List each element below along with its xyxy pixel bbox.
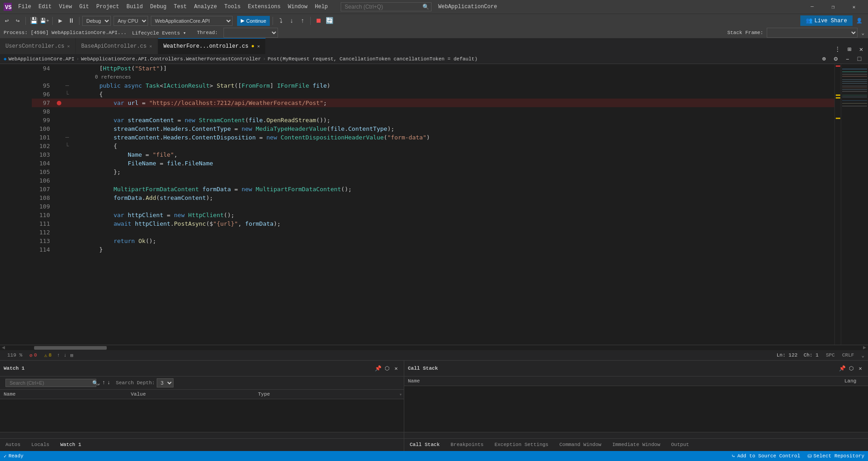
- fold-102[interactable]: └: [64, 142, 71, 150]
- search-box-area[interactable]: 🔍: [341, 2, 429, 11]
- menu-extensions[interactable]: Extensions: [244, 2, 284, 12]
- scroll-thumb[interactable]: [34, 346, 107, 350]
- callstack-close-button[interactable]: ✕: [856, 364, 864, 372]
- status-ready[interactable]: ✓ Ready: [0, 451, 27, 461]
- tab-call-stack[interactable]: Call Stack: [404, 437, 445, 451]
- menu-project[interactable]: Project: [93, 2, 123, 12]
- filter-btn[interactable]: ⊞: [69, 352, 75, 358]
- close-button[interactable]: ✕: [843, 0, 864, 14]
- scroll-to-end-btn[interactable]: ⌄: [861, 352, 864, 358]
- start-button[interactable]: ▶: [55, 16, 65, 26]
- col-scroll-btn[interactable]: ▾: [397, 390, 404, 399]
- save-all-button[interactable]: 💾+: [40, 16, 50, 26]
- callstack-pin-button[interactable]: 📌: [838, 364, 846, 372]
- menu-analyze[interactable]: Analyze: [190, 2, 220, 12]
- minimap[interactable]: [841, 64, 868, 345]
- step-out-button[interactable]: ↑: [298, 16, 308, 26]
- search-depth-dropdown[interactable]: 3: [157, 378, 174, 387]
- tab-locals[interactable]: Locals: [26, 437, 55, 451]
- error-indicator[interactable]: ⊘ 0: [26, 352, 40, 358]
- split-editor-button[interactable]: ⊞: [844, 44, 854, 54]
- tab-immediate-window[interactable]: Immediate Window: [607, 437, 666, 451]
- cpu-dropdown[interactable]: Any CPU: [114, 16, 148, 26]
- fold-96[interactable]: └: [64, 90, 71, 99]
- nav-up-btn[interactable]: ↑: [55, 352, 62, 358]
- code-content[interactable]: 94 [HttpPost("Start")] 0 references: [0, 64, 868, 360]
- editor-settings-btn[interactable]: ⚙: [831, 54, 841, 64]
- profile-button[interactable]: 👤: [853, 16, 866, 26]
- menu-build[interactable]: Build: [123, 2, 146, 12]
- tab-exception-settings[interactable]: Exception Settings: [489, 437, 554, 451]
- minimize-button[interactable]: ─: [802, 0, 823, 14]
- lifecycle-events-dropdown[interactable]: Lifecycle Events ▾: [132, 30, 186, 36]
- tab-command-window[interactable]: Command Window: [554, 437, 606, 451]
- tab-breakpoints[interactable]: Breakpoints: [445, 437, 489, 451]
- debug-mode-dropdown[interactable]: Debug: [82, 16, 111, 26]
- callstack-content[interactable]: [404, 386, 868, 432]
- undo-button[interactable]: ↩: [2, 16, 12, 26]
- stack-frame-dropdown[interactable]: [767, 28, 858, 38]
- menu-help[interactable]: Help: [311, 2, 332, 12]
- editor-action-btn[interactable]: ⊕: [819, 54, 829, 64]
- horizontal-scrollbar[interactable]: ◄ ►: [0, 345, 868, 350]
- fold-101[interactable]: ─: [64, 133, 71, 142]
- warning-indicator[interactable]: ⚠ 8: [40, 352, 55, 358]
- code-empty-area[interactable]: [32, 254, 834, 345]
- bp-area-97[interactable]: [55, 101, 64, 105]
- select-repository-button[interactable]: ⛁ Select Repository: [804, 451, 868, 461]
- stop-button[interactable]: ⏹: [313, 16, 323, 26]
- menu-test[interactable]: Test: [170, 2, 191, 12]
- redo-button[interactable]: ↪: [13, 16, 23, 26]
- tab-list-button[interactable]: ⋮: [833, 44, 843, 54]
- watch-pop-out-button[interactable]: ⬡: [383, 364, 391, 372]
- restart-button[interactable]: 🔄: [324, 16, 334, 26]
- tab-weather-controller[interactable]: WeatherFore...ontroller.cs ● ✕: [158, 38, 266, 54]
- save-button[interactable]: 💾: [29, 16, 39, 26]
- breadcrumb-namespace[interactable]: WebApplicationCore.API: [9, 56, 74, 62]
- watch-nav-down[interactable]: ↓: [107, 380, 110, 386]
- step-over-button[interactable]: ⤵: [276, 16, 286, 26]
- project-dropdown[interactable]: WebApplicationCore.API: [151, 16, 233, 26]
- close-panel-button[interactable]: ✕: [856, 44, 866, 54]
- menu-window[interactable]: Window: [284, 2, 311, 12]
- step-into-button[interactable]: ↓: [287, 16, 297, 26]
- watch-close-button[interactable]: ✕: [392, 364, 400, 372]
- watch-nav-up[interactable]: ↑: [102, 380, 105, 386]
- maximize-button[interactable]: ❐: [823, 0, 843, 14]
- breakpoint-dot-97[interactable]: [57, 101, 61, 105]
- fold-95[interactable]: ─: [64, 81, 71, 90]
- menu-edit[interactable]: Edit: [35, 2, 55, 12]
- tab-close-weather[interactable]: ✕: [257, 44, 260, 49]
- global-search-input[interactable]: [341, 2, 432, 11]
- stack-expand-btn[interactable]: ⌄: [861, 30, 864, 36]
- thread-dropdown[interactable]: [223, 28, 278, 38]
- menu-git[interactable]: Git: [75, 2, 93, 12]
- zoom-level[interactable]: 119 %: [4, 352, 26, 358]
- editor-expand-btn[interactable]: □: [854, 54, 864, 64]
- nav-down-btn[interactable]: ↓: [62, 352, 69, 358]
- menu-file[interactable]: File: [15, 2, 35, 12]
- tab-close-base[interactable]: ✕: [149, 44, 152, 49]
- breadcrumb-controller[interactable]: WebApplicationCore.API.Controllers.Weath…: [81, 56, 261, 62]
- tab-users-controller[interactable]: UsersController.cs ✕: [0, 38, 76, 54]
- tab-watch1[interactable]: Watch 1: [55, 437, 87, 451]
- continue-button[interactable]: ▶ Continue: [237, 16, 270, 26]
- watch-search-input[interactable]: [5, 379, 96, 387]
- menu-view[interactable]: View: [55, 2, 76, 12]
- add-to-source-control-button[interactable]: ⤷ Add to Source Control: [728, 451, 804, 461]
- watch-pin-button[interactable]: 📌: [374, 364, 382, 372]
- callstack-pop-out-button[interactable]: ⬡: [847, 364, 855, 372]
- menu-tools[interactable]: Tools: [221, 2, 244, 12]
- editor-code-area[interactable]: 94 [HttpPost("Start")] 0 references: [32, 64, 834, 345]
- pause-button[interactable]: ⏸: [66, 16, 76, 26]
- tab-output[interactable]: Output: [666, 437, 695, 451]
- tab-close-users[interactable]: ✕: [67, 44, 70, 49]
- tab-autos[interactable]: Autos: [0, 437, 26, 451]
- watch-content[interactable]: [0, 399, 404, 432]
- editor-minimize-btn[interactable]: –: [843, 54, 853, 64]
- tab-base-api-controller[interactable]: BaseApiController.cs ✕: [76, 38, 158, 54]
- code-lines-container[interactable]: 94 [HttpPost("Start")] 0 references: [0, 64, 868, 345]
- live-share-button[interactable]: 👥 Live Share: [800, 15, 853, 26]
- menu-debug[interactable]: Debug: [146, 2, 170, 12]
- breadcrumb-method[interactable]: Post(MyRequest request, CancellationToke…: [268, 56, 477, 62]
